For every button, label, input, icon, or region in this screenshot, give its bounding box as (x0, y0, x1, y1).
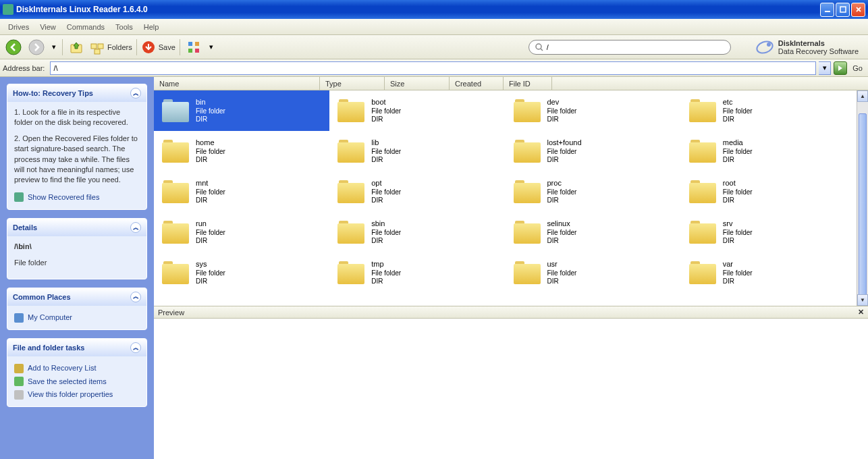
my-computer-link[interactable]: My Computer (14, 311, 140, 324)
save-button[interactable]: Save (141, 38, 175, 57)
file-name: sbin (371, 219, 401, 228)
panel-header-details[interactable]: Details︽ (7, 219, 146, 236)
addressbar: Address bar: ▾ Go (0, 59, 868, 77)
file-attr: DIR (371, 277, 401, 286)
up-button[interactable] (67, 38, 86, 57)
svg-point-13 (536, 44, 541, 49)
close-button[interactable] (851, 3, 865, 17)
folder-etc[interactable]: etcFile folderDIR (681, 90, 857, 131)
folder-tmp[interactable]: tmpFile folderDIR (329, 252, 505, 293)
file-name: sys (196, 260, 225, 269)
brand: DiskInternalsData Recovery Software (755, 38, 859, 57)
column-size[interactable]: Size (385, 77, 450, 90)
file-name: tmp (371, 260, 401, 269)
computer-icon (14, 313, 24, 323)
folder-root[interactable]: rootFile folderDIR (681, 171, 857, 212)
folder-run[interactable]: runFile folderDIR (154, 212, 329, 252)
column-created[interactable]: Created (450, 77, 504, 90)
column-type[interactable]: Type (320, 77, 385, 90)
menu-commands[interactable]: Commands (61, 20, 110, 34)
folder-selinux[interactable]: selinuxFile folderDIR (506, 212, 681, 252)
folder-sbin[interactable]: sbinFile folderDIR (329, 212, 505, 252)
menu-drives[interactable]: Drives (3, 20, 34, 34)
folder-icon (689, 221, 716, 244)
file-name: lib (371, 138, 401, 147)
file-type: File folder (196, 229, 225, 237)
column-name[interactable]: Name (154, 77, 320, 90)
menu-tools[interactable]: Tools (110, 20, 138, 34)
recovery-tip-2: 2. Open the Recovered Files folder to st… (14, 134, 140, 186)
folder-boot[interactable]: bootFile folderDIR (329, 90, 505, 131)
preview-body (154, 319, 868, 459)
file-area[interactable]: binFile folderDIRbootFile folderDIRdevFi… (154, 90, 868, 306)
titlebar: DiskInternals Linux Reader 1.6.4.0 (0, 0, 868, 19)
folder-sys[interactable]: sysFile folderDIR (154, 252, 329, 293)
file-attr: DIR (723, 277, 753, 286)
file-type: File folder (196, 107, 225, 115)
search-input[interactable] (547, 43, 725, 51)
folder-lib[interactable]: libFile folderDIR (329, 131, 505, 171)
file-attr: DIR (547, 156, 582, 164)
chevron-up-icon: ︽ (130, 292, 141, 302)
folder-icon (514, 221, 541, 244)
view-properties-link[interactable]: View this folder properties (14, 388, 140, 401)
file-attr: DIR (196, 196, 225, 205)
file-attr: DIR (371, 156, 401, 164)
file-type: File folder (547, 269, 577, 277)
menu-view[interactable]: View (34, 20, 61, 34)
folder-opt[interactable]: optFile folderDIR (329, 171, 505, 212)
preview-label: Preview (158, 308, 184, 317)
show-recovered-link[interactable]: Show Recovered files (14, 191, 140, 204)
scrollbar[interactable]: ▲ ▼ (857, 90, 868, 306)
svg-rect-11 (188, 49, 192, 53)
file-attr: DIR (547, 237, 577, 245)
preview-header: Preview ✕ (154, 306, 868, 319)
menu-help[interactable]: Help (138, 20, 165, 34)
recovery-tip-1: 1. Look for a file in its respective fol… (14, 107, 140, 128)
addressbar-dropdown[interactable]: ▾ (819, 61, 831, 75)
search-box[interactable] (528, 40, 731, 55)
view-dropdown[interactable]: ▾ (207, 38, 215, 57)
folder-var[interactable]: varFile folderDIR (681, 252, 857, 293)
view-button[interactable] (184, 38, 203, 57)
save-selected-link[interactable]: Save the selected items (14, 375, 140, 388)
minimize-button[interactable] (820, 3, 834, 17)
panel-header-recovery[interactable]: How-to: Recovery Tips︽ (7, 84, 146, 102)
back-dropdown[interactable]: ▾ (50, 38, 58, 57)
panel-header-tasks[interactable]: File and folder tasks︽ (7, 339, 146, 356)
folder-mnt[interactable]: mntFile folderDIR (154, 171, 329, 212)
panel-common-places: Common Places︽ My Computer (7, 288, 147, 330)
folder-icon (514, 140, 541, 163)
file-attr: DIR (196, 277, 225, 286)
addressbar-input[interactable] (50, 61, 816, 75)
folder-bin[interactable]: binFile folderDIR (154, 90, 329, 131)
maximize-button[interactable] (836, 3, 850, 17)
recovered-icon (14, 192, 24, 202)
scroll-thumb[interactable] (859, 113, 867, 296)
add-recovery-link[interactable]: Add to Recovery List (14, 362, 140, 375)
file-attr: DIR (196, 156, 225, 164)
scroll-down-icon[interactable]: ▼ (857, 294, 868, 306)
go-button[interactable] (834, 61, 847, 75)
forward-button[interactable] (27, 38, 46, 57)
back-button[interactable] (4, 38, 23, 57)
file-type: File folder (371, 269, 401, 277)
folder-media[interactable]: mediaFile folderDIR (681, 131, 857, 171)
file-name: srv (723, 219, 753, 228)
folder-lost+found[interactable]: lost+foundFile folderDIR (506, 131, 681, 171)
scroll-up-icon[interactable]: ▲ (857, 90, 868, 102)
file-name: media (723, 138, 753, 147)
folder-srv[interactable]: srvFile folderDIR (681, 212, 857, 252)
folders-button[interactable]: Folders (90, 38, 132, 57)
column-file-id[interactable]: File ID (504, 77, 552, 90)
panel-header-common[interactable]: Common Places︽ (7, 288, 146, 306)
file-attr: DIR (547, 277, 577, 286)
folder-usr[interactable]: usrFile folderDIR (506, 252, 681, 293)
file-attr: DIR (723, 237, 753, 245)
preview-close-button[interactable]: ✕ (858, 308, 864, 317)
file-attr: DIR (547, 115, 577, 124)
folder-proc[interactable]: procFile folderDIR (506, 171, 681, 212)
folder-dev[interactable]: devFile folderDIR (506, 90, 681, 131)
folder-home[interactable]: homeFile folderDIR (154, 131, 329, 171)
folder-icon (689, 180, 716, 203)
